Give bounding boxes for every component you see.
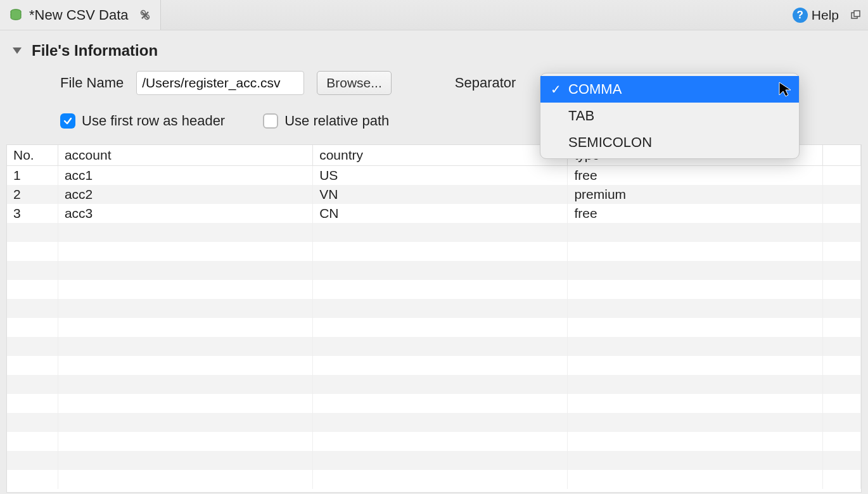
table-cell[interactable]: acc2 xyxy=(58,185,312,204)
table-cell[interactable]: VN xyxy=(313,185,568,204)
data-table-container: No. account country type 1acc1USfree2acc… xyxy=(6,144,862,493)
file-name-input[interactable] xyxy=(136,71,304,95)
browse-button[interactable]: Browse... xyxy=(317,71,392,95)
use-header-label: Use first row as header xyxy=(82,113,225,129)
table-cell-empty xyxy=(568,280,822,299)
table-cell-empty xyxy=(313,356,568,375)
table-cell-empty xyxy=(822,261,860,280)
table-cell-empty xyxy=(568,451,822,470)
table-cell-empty xyxy=(822,470,860,489)
table-cell-empty xyxy=(313,432,568,451)
table-cell-empty xyxy=(822,451,860,470)
chevron-down-icon[interactable] xyxy=(13,48,22,54)
table-cell-empty xyxy=(568,261,822,280)
table-row-empty xyxy=(7,299,861,318)
table-cell-empty xyxy=(58,299,312,318)
table-cell-empty xyxy=(313,451,568,470)
help-label: Help xyxy=(812,8,839,23)
table-cell-empty xyxy=(7,375,58,394)
table-cell-empty xyxy=(822,337,860,356)
table-row-empty xyxy=(7,337,861,356)
table-cell-empty xyxy=(58,242,312,261)
tab-bar: *New CSV Data ? Help xyxy=(0,0,868,30)
table-cell-empty xyxy=(58,223,312,242)
table-row-empty xyxy=(7,261,861,280)
table-cell-empty xyxy=(313,318,568,337)
table-cell[interactable]: free xyxy=(568,166,822,186)
column-header-country[interactable]: country xyxy=(313,145,568,166)
table-cell-empty xyxy=(313,413,568,432)
table-row[interactable]: 3acc3CNfree xyxy=(7,204,861,223)
table-cell-empty xyxy=(568,394,822,413)
table-row-empty xyxy=(7,242,861,261)
file-name-label: File Name xyxy=(60,75,124,91)
table-cell[interactable]: acc1 xyxy=(58,166,312,186)
table-row-empty xyxy=(7,280,861,299)
table-cell-empty xyxy=(58,394,312,413)
table-cell-empty xyxy=(58,280,312,299)
table-row-empty xyxy=(7,470,861,489)
table-cell-spare xyxy=(822,166,860,186)
table-cell-empty xyxy=(7,394,58,413)
table-cell-empty xyxy=(822,394,860,413)
table-cell-empty xyxy=(822,413,860,432)
maximize-icon[interactable] xyxy=(850,10,862,21)
close-icon[interactable] xyxy=(139,9,151,22)
table-cell-empty xyxy=(58,261,312,280)
table-cell[interactable]: 3 xyxy=(7,204,58,223)
table-cell-empty xyxy=(822,375,860,394)
data-table: No. account country type 1acc1USfree2acc… xyxy=(7,145,861,489)
table-cell-empty xyxy=(822,280,860,299)
editor-tab[interactable]: *New CSV Data xyxy=(0,0,161,30)
use-relative-path-checkbox[interactable]: Use relative path xyxy=(263,113,389,129)
table-cell[interactable]: free xyxy=(568,204,822,223)
section-title: File's Information xyxy=(32,42,158,60)
table-row[interactable]: 2acc2VNpremium xyxy=(7,185,861,204)
table-cell-empty xyxy=(822,318,860,337)
table-cell[interactable]: 2 xyxy=(7,185,58,204)
table-cell-empty xyxy=(822,242,860,261)
table-cell-empty xyxy=(7,356,58,375)
table-cell-empty xyxy=(7,318,58,337)
help-icon: ? xyxy=(793,8,808,23)
table-cell-empty xyxy=(568,413,822,432)
table-cell-empty xyxy=(7,242,58,261)
table-cell-empty xyxy=(313,299,568,318)
table-row-empty xyxy=(7,432,861,451)
table-cell[interactable]: acc3 xyxy=(58,204,312,223)
table-cell[interactable]: US xyxy=(313,166,568,186)
table-cell[interactable]: premium xyxy=(568,185,822,204)
table-cell-empty xyxy=(313,261,568,280)
table-cell-empty xyxy=(7,413,58,432)
table-row-empty xyxy=(7,356,861,375)
help-button[interactable]: ? Help xyxy=(793,8,839,23)
table-cell-empty xyxy=(822,299,860,318)
separator-option-comma[interactable]: COMMA xyxy=(540,76,799,103)
column-header-no[interactable]: No. xyxy=(7,145,58,166)
table-row-empty xyxy=(7,318,861,337)
table-row-empty xyxy=(7,394,861,413)
table-row[interactable]: 1acc1USfree xyxy=(7,166,861,186)
table-cell-empty xyxy=(7,432,58,451)
use-first-row-header-checkbox[interactable]: Use first row as header xyxy=(60,113,225,129)
table-cell-empty xyxy=(313,470,568,489)
table-cell-empty xyxy=(568,356,822,375)
table-cell-empty xyxy=(568,223,822,242)
table-cell-empty xyxy=(313,242,568,261)
table-cell[interactable]: 1 xyxy=(7,166,58,186)
separator-option-tab[interactable]: TAB xyxy=(540,103,799,129)
checkbox-unchecked-icon xyxy=(263,113,278,129)
table-cell[interactable]: CN xyxy=(313,204,568,223)
table-cell-empty xyxy=(568,318,822,337)
column-header-account[interactable]: account xyxy=(58,145,312,166)
table-row-empty xyxy=(7,223,861,242)
table-cell-empty xyxy=(58,318,312,337)
table-cell-empty xyxy=(568,337,822,356)
table-cell-empty xyxy=(313,375,568,394)
table-cell-empty xyxy=(58,337,312,356)
separator-label: Separator xyxy=(455,75,516,91)
separator-option-semicolon[interactable]: SEMICOLON xyxy=(540,129,799,156)
table-cell-empty xyxy=(568,375,822,394)
checkbox-checked-icon xyxy=(60,113,75,129)
svg-rect-4 xyxy=(854,11,860,16)
